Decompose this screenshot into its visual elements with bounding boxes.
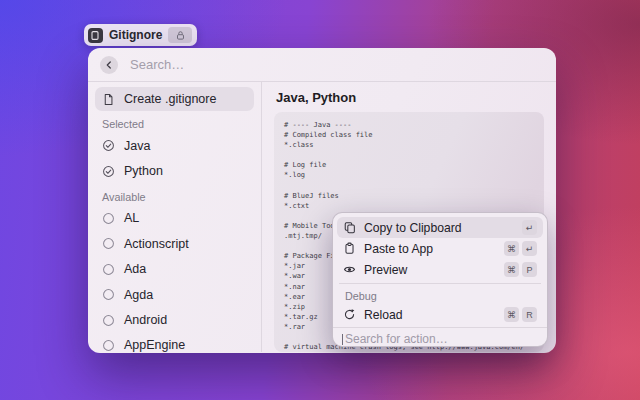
list-item-label: Android <box>124 313 167 327</box>
search-input[interactable]: Search… <box>130 57 184 72</box>
list-item-al[interactable]: AL <box>95 206 254 231</box>
lock-icon <box>168 27 192 43</box>
action-label: Reload <box>364 308 403 322</box>
list-item-actionscript[interactable]: Actionscript <box>95 231 254 256</box>
list-item-appengine[interactable]: AppEngine <box>95 333 254 353</box>
action-search-field[interactable]: Search for action… <box>333 327 547 350</box>
shortcut-keys: ↵ <box>522 220 537 235</box>
keycap-return: ↵ <box>522 220 537 235</box>
reload-icon <box>343 308 356 321</box>
list-item-create-gitignore[interactable]: Create .gitignore <box>95 87 254 111</box>
list-item-label: Create .gitignore <box>124 92 216 106</box>
section-header-selected: Selected <box>102 118 254 130</box>
search-bar: Search… <box>88 48 556 82</box>
action-reload[interactable]: Reload ⌘ R <box>337 304 543 325</box>
list-item-label: Python <box>124 164 163 178</box>
list-item-java[interactable]: Java <box>95 133 254 158</box>
circle-icon <box>102 263 115 276</box>
list-item-ada[interactable]: Ada <box>95 257 254 282</box>
circle-icon <box>102 237 115 250</box>
keycap-cmd: ⌘ <box>504 262 519 277</box>
action-label: Copy to Clipboard <box>364 221 462 235</box>
list-item-label: Actionscript <box>124 237 189 251</box>
keycap-r: R <box>522 307 537 322</box>
shortcut-keys: ⌘ R <box>504 307 537 322</box>
action-label: Paste to App <box>364 242 433 256</box>
section-header-debug: Debug <box>345 290 543 302</box>
check-circle-icon <box>102 165 115 178</box>
keycap-p: P <box>522 262 537 277</box>
list-item-label: Agda <box>124 288 153 302</box>
action-panel: Copy to Clipboard ↵ Paste to App ⌘ ↵ Pre… <box>332 212 548 347</box>
text-caret <box>342 334 343 345</box>
circle-icon <box>102 288 115 301</box>
list-item-python[interactable]: Python <box>95 158 254 183</box>
action-search-placeholder: Search for action… <box>345 332 448 346</box>
template-list: Create .gitignore Selected Java Python A… <box>88 82 262 352</box>
eye-icon <box>343 263 356 276</box>
gitignore-extension-icon <box>88 28 103 43</box>
action-preview[interactable]: Preview ⌘ P <box>337 259 543 280</box>
check-circle-icon <box>102 139 115 152</box>
clipboard-copy-icon <box>343 221 356 234</box>
section-header-available: Available <box>102 191 254 203</box>
keycap-return: ↵ <box>522 241 537 256</box>
extension-chip[interactable]: Gitignore <box>84 24 197 46</box>
action-label: Preview <box>364 263 407 277</box>
paste-icon <box>343 242 356 255</box>
document-icon <box>102 93 115 106</box>
keycap-cmd: ⌘ <box>504 241 519 256</box>
action-copy-to-clipboard[interactable]: Copy to Clipboard ↵ <box>337 217 543 238</box>
circle-icon <box>102 314 115 327</box>
action-panel-divider <box>339 283 541 284</box>
shortcut-keys: ⌘ ↵ <box>504 241 537 256</box>
circle-icon <box>102 212 115 225</box>
list-item-agda[interactable]: Agda <box>95 282 254 307</box>
back-button[interactable] <box>100 56 118 74</box>
extension-chip-label: Gitignore <box>109 28 162 42</box>
action-paste-to-app[interactable]: Paste to App ⌘ ↵ <box>337 238 543 259</box>
detail-title: Java, Python <box>276 90 544 105</box>
list-item-label: Ada <box>124 262 146 276</box>
shortcut-keys: ⌘ P <box>504 262 537 277</box>
circle-icon <box>102 339 115 352</box>
list-item-label: AppEngine <box>124 338 185 352</box>
list-item-label: AL <box>124 211 139 225</box>
list-item-label: Java <box>124 139 150 153</box>
keycap-cmd: ⌘ <box>504 307 519 322</box>
list-item-android[interactable]: Android <box>95 307 254 332</box>
